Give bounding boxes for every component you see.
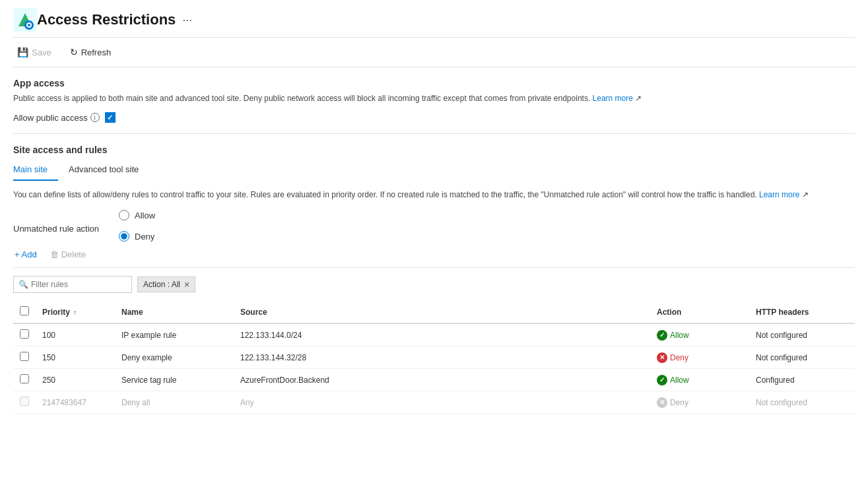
- svg-point-4: [28, 24, 30, 26]
- cell-priority: 100: [36, 323, 115, 346]
- table-row[interactable]: 150Deny example122.133.144.32/28DenyNot …: [13, 346, 855, 369]
- action-label: Allow: [670, 376, 689, 385]
- row-checkbox[interactable]: [20, 374, 29, 383]
- filter-bar: 🔍 Action : All ×: [13, 276, 855, 293]
- allow-icon: [657, 375, 667, 385]
- app-access-learn-more-link[interactable]: Learn more: [593, 94, 633, 103]
- action-label: Deny: [670, 398, 688, 407]
- col-header-http-headers: HTTP headers: [749, 301, 855, 323]
- radio-deny-label: Deny: [135, 232, 154, 242]
- radio-allow[interactable]: [119, 210, 129, 220]
- cell-http-headers: Not configured: [749, 323, 855, 346]
- select-all-checkbox[interactable]: [20, 306, 29, 315]
- cell-source: 122.133.144.0/24: [234, 323, 650, 346]
- app-access-description: Public access is applied to both main si…: [13, 92, 855, 104]
- sort-icon: ↑: [73, 309, 77, 316]
- unmatched-rule-row: Unmatched rule action Allow Deny: [13, 210, 855, 247]
- site-access-title: Site access and rules: [13, 145, 855, 155]
- tab-advanced-tool-site[interactable]: Advanced tool site: [58, 159, 149, 181]
- deny-icon: [657, 352, 667, 363]
- search-icon: 🔍: [18, 280, 28, 289]
- cell-name: IP example rule: [115, 323, 234, 346]
- col-header-name: Name: [115, 301, 234, 323]
- cell-priority: 250: [36, 369, 115, 391]
- allow-icon: [657, 330, 667, 341]
- refresh-icon: ↻: [70, 47, 78, 57]
- site-access-section: Site access and rules Main site Advanced…: [13, 145, 855, 414]
- filter-tag-close-icon[interactable]: ×: [184, 279, 189, 290]
- unmatched-rule-label: Unmatched rule action: [13, 224, 99, 234]
- table-row[interactable]: 2147483647Deny allAnyDenyNot configured: [13, 391, 855, 414]
- row-checkbox[interactable]: [20, 352, 29, 361]
- cell-name: Deny all: [115, 391, 234, 414]
- deny-ghost-icon: [657, 397, 667, 408]
- action-label: Allow: [670, 331, 689, 340]
- col-header-action: Action: [650, 301, 749, 323]
- filter-input-wrap: 🔍: [13, 276, 132, 293]
- refresh-button[interactable]: ↻ Refresh: [66, 44, 116, 60]
- save-button[interactable]: 💾 Save: [13, 44, 55, 60]
- page-header: Access Restrictions ···: [13, 0, 855, 38]
- app-access-title: App access: [13, 78, 855, 88]
- cell-action: Deny: [650, 346, 749, 369]
- rules-description: You can define lists of allow/deny rules…: [13, 189, 855, 201]
- cell-priority: 150: [36, 346, 115, 369]
- cell-action: Allow: [650, 323, 749, 346]
- col-header-priority[interactable]: Priority ↑: [36, 301, 115, 323]
- crud-bar: + Add 🗑 Delete: [13, 247, 855, 268]
- table-body: 100IP example rule122.133.144.0/24AllowN…: [13, 323, 855, 414]
- add-button[interactable]: + Add: [13, 247, 38, 262]
- cell-priority: 2147483647: [36, 391, 115, 414]
- delete-icon: 🗑: [50, 249, 59, 259]
- delete-button[interactable]: 🗑 Delete: [49, 247, 88, 262]
- row-checkbox[interactable]: [20, 329, 29, 339]
- cell-name: Deny example: [115, 346, 234, 369]
- save-icon: 💾: [17, 47, 28, 57]
- divider: [13, 133, 855, 134]
- page-title: Access Restrictions: [37, 11, 176, 28]
- cell-name: Service tag rule: [115, 369, 234, 391]
- cell-http-headers: Configured: [749, 369, 855, 391]
- col-header-source: Source: [234, 301, 650, 323]
- allow-public-access-label: Allow public access i: [13, 113, 100, 123]
- table-header: Priority ↑ Name Source Action HTTP heade…: [13, 301, 855, 323]
- rules-learn-more-link[interactable]: Learn more: [759, 190, 799, 199]
- tab-main-site[interactable]: Main site: [13, 159, 58, 181]
- cell-source: AzureFrontDoor.Backend: [234, 369, 650, 391]
- allow-public-access-checkbox[interactable]: [105, 112, 116, 123]
- cell-http-headers: Not configured: [749, 346, 855, 369]
- allow-public-access-row: Allow public access i: [13, 112, 855, 123]
- filter-tag-action-all: Action : All ×: [137, 277, 195, 292]
- radio-deny-row: Deny: [119, 231, 155, 242]
- site-tabs: Main site Advanced tool site: [13, 159, 855, 181]
- unmatched-rule-options: Allow Deny: [119, 210, 155, 247]
- app-icon: [13, 8, 37, 32]
- toolbar: 💾 Save ↻ Refresh: [13, 38, 855, 67]
- table-row[interactable]: 100IP example rule122.133.144.0/24AllowN…: [13, 323, 855, 346]
- action-label: Deny: [670, 353, 688, 362]
- filter-rules-input[interactable]: [13, 276, 132, 293]
- radio-allow-label: Allow: [135, 211, 155, 220]
- row-checkbox[interactable]: [20, 397, 29, 406]
- table-row[interactable]: 250Service tag ruleAzureFrontDoor.Backen…: [13, 369, 855, 391]
- cell-action: Allow: [650, 369, 749, 391]
- app-access-section: App access Public access is applied to b…: [13, 78, 855, 123]
- cell-source: 122.133.144.32/28: [234, 346, 650, 369]
- cell-http-headers: Not configured: [749, 391, 855, 414]
- rules-table: Priority ↑ Name Source Action HTTP heade…: [13, 301, 855, 414]
- cell-source: Any: [234, 391, 650, 414]
- radio-allow-row: Allow: [119, 210, 155, 220]
- cell-action: Deny: [650, 391, 749, 414]
- radio-deny[interactable]: [119, 231, 129, 242]
- info-icon[interactable]: i: [90, 113, 100, 122]
- more-options-icon[interactable]: ···: [182, 13, 192, 27]
